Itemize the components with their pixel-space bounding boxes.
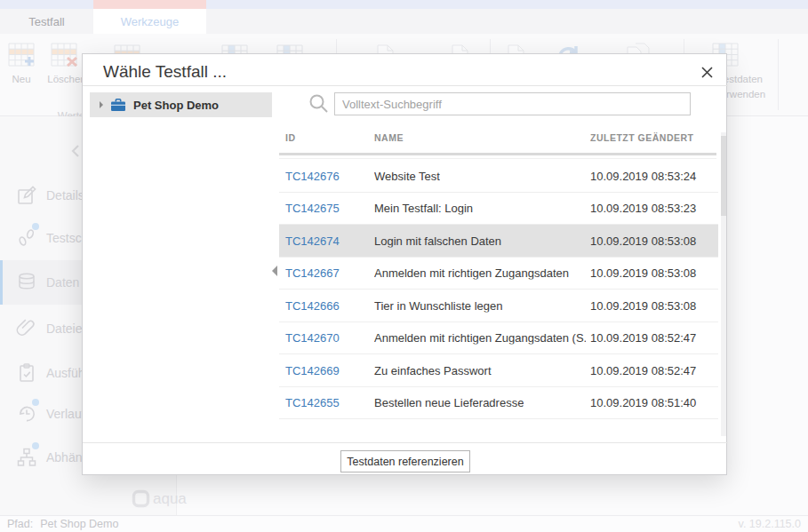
- paperclip-icon: [16, 318, 37, 339]
- table-row[interactable]: TC142666Tier in Wunschliste legen10.09.2…: [279, 290, 718, 322]
- app-window: Testfall Werkzeuge Neu Löschen: [0, 0, 808, 532]
- tab-werkzeuge[interactable]: Werkzeuge: [93, 9, 206, 34]
- testcase-name: Zu einfaches Passwort: [374, 363, 492, 377]
- footprints-icon: [16, 227, 37, 249]
- testcase-name: Bestellen neue Lieferadresse: [374, 396, 524, 409]
- fulltext-search-input[interactable]: [334, 92, 691, 115]
- testcase-modified: 10.09.2019 08:52:47: [590, 363, 696, 377]
- header-divider: [279, 158, 716, 159]
- briefcase-icon: [110, 98, 126, 112]
- footer-divider: [83, 442, 728, 443]
- tab-testfall[interactable]: Testfall: [0, 9, 93, 34]
- table-row[interactable]: TC142676Website Test10.09.2019 08:53:24: [279, 160, 718, 193]
- testcase-name: Tier in Wunschliste legen: [374, 298, 503, 312]
- status-path-value: Pet Shop Demo: [40, 518, 118, 530]
- testcase-modified: 10.09.2019 08:51:40: [590, 396, 696, 409]
- horizontal-scrollbar[interactable]: [279, 153, 716, 155]
- testcase-id-link[interactable]: TC142667: [285, 266, 340, 280]
- new-button-label[interactable]: Neu: [5, 74, 37, 84]
- vertical-scrollbar-thumb[interactable]: [721, 136, 726, 216]
- ribbon-tabbar: Testfall Werkzeuge: [0, 9, 808, 34]
- testcase-id-link[interactable]: TC142655: [285, 396, 340, 409]
- testcase-modified: 10.09.2019 08:53:23: [590, 202, 696, 215]
- active-tab-accent: [93, 0, 206, 9]
- database-icon: [16, 272, 37, 293]
- choose-testcase-dialog: Wähle Testfall ... Pet Shop Demo ID NAME: [82, 53, 727, 475]
- tree-item-pet-shop-demo[interactable]: Pet Shop Demo: [90, 92, 272, 117]
- testcase-modified: 10.09.2019 08:53:08: [590, 234, 696, 247]
- testcase-id-link[interactable]: TC142676: [285, 169, 340, 182]
- sidebar-item-label: Verlauf: [46, 407, 85, 421]
- active-indicator: [0, 260, 3, 305]
- tree-item-label: Pet Shop Demo: [133, 99, 219, 112]
- new-row-icon[interactable]: [8, 43, 35, 67]
- testcase-modified: 10.09.2019 08:52:47: [590, 331, 696, 345]
- testcase-name: Mein Testfall: Login: [374, 202, 473, 215]
- testcase-id-link[interactable]: TC142674: [285, 234, 340, 247]
- testcase-id-link[interactable]: TC142666: [285, 298, 340, 312]
- notification-dot: [32, 399, 39, 406]
- clipboard-icon: [16, 362, 37, 384]
- sidebar-item-label: Details: [46, 188, 84, 202]
- status-path: Pfad:Pet Shop Demo: [7, 518, 118, 530]
- aqua-logo-text: aqua: [153, 490, 187, 508]
- table-row[interactable]: TC142675Mein Testfall: Login10.09.2019 0…: [279, 193, 718, 226]
- title-divider: [83, 85, 728, 86]
- version-text: v. 19.2.115.0: [739, 518, 801, 530]
- testcase-name: Anmelden mit richtigen Zugangsdaten (S..…: [374, 331, 586, 345]
- top-accent-strip: [0, 0, 808, 9]
- panel-collapse-icon[interactable]: [271, 265, 278, 277]
- table-row[interactable]: TC142667Anmelden mit richtigen Zugangsda…: [279, 258, 718, 290]
- testcase-table-body: TC142676Website Test10.09.2019 08:53:24T…: [279, 160, 718, 419]
- testcase-modified: 10.09.2019 08:53:08: [590, 266, 696, 280]
- sidebar-item-label: Daten: [46, 275, 79, 290]
- aqua-logo-icon: [132, 489, 150, 508]
- search-icon: [308, 93, 329, 114]
- column-header-name[interactable]: NAME: [374, 132, 404, 143]
- close-icon[interactable]: [699, 64, 715, 80]
- dialog-title: Wähle Testfall ...: [103, 62, 227, 82]
- testcase-id-link[interactable]: TC142675: [285, 202, 340, 215]
- table-row[interactable]: TC142655Bestellen neue Lieferadresse10.0…: [279, 387, 718, 420]
- aqua-logo-row: aqua ⌄: [0, 488, 177, 516]
- table-row[interactable]: TC142674Login mit falschen Daten10.09.20…: [279, 225, 718, 258]
- testcase-name: Login mit falschen Daten: [374, 234, 501, 247]
- column-header-id[interactable]: ID: [285, 132, 296, 143]
- delete-button-label[interactable]: Löschen: [47, 74, 86, 84]
- column-header-modified[interactable]: ZULETZT GEÄNDERT: [590, 132, 694, 143]
- status-bar: Pfad:Pet Shop Demo v. 19.2.115.0: [0, 515, 808, 532]
- sidebar-collapse-icon[interactable]: [69, 143, 82, 159]
- testcase-id-link[interactable]: TC142670: [285, 331, 340, 345]
- testcase-id-link[interactable]: TC142669: [285, 363, 340, 377]
- notification-dot: [32, 442, 39, 449]
- hierarchy-icon: [16, 447, 37, 468]
- testcase-modified: 10.09.2019 08:53:08: [590, 298, 696, 312]
- edit-icon: [16, 185, 37, 206]
- tree-expand-icon[interactable]: [99, 100, 104, 109]
- history-icon: [16, 403, 37, 425]
- table-row[interactable]: TC142669Zu einfaches Passwort10.09.2019 …: [279, 354, 718, 387]
- table-header: ID NAME ZULETZT GEÄNDERT: [279, 132, 718, 148]
- status-path-label: Pfad:: [7, 518, 33, 530]
- testcase-name: Website Test: [374, 169, 440, 182]
- notification-dot: [32, 223, 39, 230]
- table-row[interactable]: TC142670Anmelden mit richtigen Zugangsda…: [279, 322, 718, 355]
- testcase-modified: 10.09.2019 08:53:24: [590, 169, 696, 182]
- delete-row-icon[interactable]: [51, 43, 77, 67]
- toolbar-separator: [778, 39, 779, 110]
- reference-testdata-button[interactable]: Testdaten referenzieren: [340, 450, 470, 472]
- testcase-name: Anmelden mit richtigen Zugangsdaten: [374, 266, 569, 280]
